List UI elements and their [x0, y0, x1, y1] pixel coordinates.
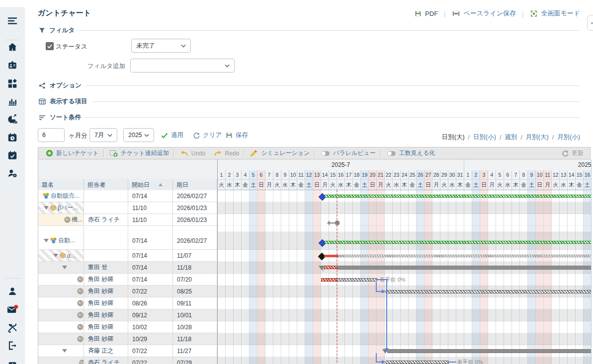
version-bar[interactable]: [338, 255, 591, 257]
scale-option-2[interactable]: 週別: [505, 133, 517, 142]
gantt-chart: 2025-72025-81火2水3木4金5土6日7月8火9水10木11金12土1…: [38, 159, 592, 364]
assignee-cell: 角田 紗羅: [84, 286, 128, 297]
month-select[interactable]: 7月: [89, 128, 117, 142]
id-badge-icon[interactable]: [6, 59, 18, 72]
task-late-bar[interactable]: [321, 278, 337, 282]
assignee-cell: [84, 232, 128, 249]
pdf-button[interactable]: PDF: [414, 10, 438, 17]
status-select[interactable]: 未完了: [131, 39, 191, 53]
refresh-button[interactable]: 更新: [557, 149, 587, 157]
day-number-cell: 11: [544, 170, 552, 180]
collapse-caret-icon[interactable]: [44, 239, 49, 242]
collapse-caret-icon[interactable]: [62, 349, 67, 353]
gantt-row: 角田 紗羅07/1407/20: [38, 274, 218, 286]
status-checkbox[interactable]: [46, 42, 54, 50]
weekday-cell: 木: [401, 180, 409, 190]
filter-add-select[interactable]: [130, 59, 235, 73]
ticket-bulk-add-button[interactable]: チケット連続追加: [105, 149, 172, 157]
gantt-row: 角田 紗羅10/2911/18: [38, 333, 218, 345]
day-number-cell: 19: [361, 170, 369, 180]
calendar-check-icon[interactable]: [6, 149, 18, 162]
day-number-cell: 29: [440, 170, 448, 180]
ticket-avatar-icon: [64, 217, 71, 223]
calendar-clock-icon[interactable]: [6, 131, 18, 144]
undo-button[interactable]: Undo: [175, 150, 209, 157]
toolbar-item-label: 更新: [572, 149, 584, 157]
parent-task-bar[interactable]: [387, 349, 591, 353]
start-date-cell: 07/22: [128, 357, 173, 364]
day-number-cell: 3: [480, 170, 488, 180]
ticket-avatar-icon: [79, 360, 84, 364]
workload-toggle[interactable]: 工数見える化: [382, 149, 439, 157]
row-title-link[interactable]: 自動販売...: [51, 192, 80, 200]
task-bar[interactable]: [337, 278, 377, 282]
bar-chart-icon[interactable]: [6, 95, 18, 108]
table-icon: [39, 98, 46, 105]
day-number-cell: 16: [337, 170, 345, 180]
separator: /: [500, 134, 501, 141]
user-icon[interactable]: [6, 285, 18, 298]
project-icon: [42, 193, 50, 199]
panel-expand-button[interactable]: [587, 15, 593, 31]
weekday-cell: 火: [218, 180, 226, 190]
assignee-cell: [84, 202, 128, 214]
logout-icon[interactable]: [6, 339, 18, 352]
apply-button[interactable]: 適用: [160, 131, 183, 140]
project-summary-bar[interactable]: [325, 241, 591, 244]
filter-section-label: フィルタ: [49, 26, 75, 35]
task-bar[interactable]: [386, 290, 591, 293]
scale-option-1[interactable]: 日別(小): [473, 133, 496, 142]
task-bar[interactable]: [386, 361, 449, 364]
clear-button[interactable]: クリア: [192, 131, 222, 140]
home-icon[interactable]: [6, 41, 18, 54]
start-date: 07/14: [128, 264, 147, 271]
info-panel-icon[interactable]: [6, 357, 18, 364]
modules-icon[interactable]: [6, 77, 18, 90]
column-header-1[interactable]: 担当者: [84, 179, 128, 190]
report-pie-icon[interactable]: [6, 113, 18, 126]
project-icon: [50, 237, 57, 244]
new-ticket-button[interactable]: 新しいチケット: [41, 149, 102, 157]
due-date-cell: 07/29: [173, 357, 217, 364]
fullscreen-icon: [530, 10, 537, 17]
save-baseline-button[interactable]: ベースライン保存: [451, 9, 516, 18]
redo-button[interactable]: Redo: [209, 150, 243, 157]
row-title-link[interactable]: βバー...: [58, 204, 78, 212]
weekday-cell: 土: [361, 180, 369, 190]
menu-icon[interactable]: [6, 14, 18, 27]
row-title-link[interactable]: 機...: [72, 216, 83, 224]
simulation-button[interactable]: シミュレーション: [246, 149, 313, 157]
title-cell: [38, 321, 84, 333]
day-number-cell: 14: [321, 170, 329, 180]
collapse-caret-icon[interactable]: [53, 254, 58, 257]
task-late-bar[interactable]: [324, 266, 337, 269]
day-number-cell: 31: [456, 170, 464, 180]
parent-task-bar[interactable]: [337, 266, 591, 270]
column-header-2[interactable]: 開始日: [128, 179, 173, 190]
user-settings-icon[interactable]: [6, 167, 18, 180]
admin-tools-icon[interactable]: [6, 321, 18, 334]
year-select[interactable]: 2025: [123, 128, 154, 142]
fullscreen-button[interactable]: 全画面モード: [529, 9, 580, 18]
row-title-link[interactable]: 自動...: [58, 236, 75, 245]
header-actions: PDF | ベースライン保存 | 全画面モード: [414, 9, 580, 18]
due-date-cell: 2026/01/23: [173, 214, 217, 225]
column-header-3[interactable]: 期日: [173, 179, 217, 190]
collapse-caret-icon[interactable]: [44, 206, 49, 210]
save-button[interactable]: 保存: [225, 131, 248, 140]
weekday-cell: 水: [337, 180, 345, 190]
project-summary-bar[interactable]: [325, 195, 591, 198]
separator: |: [522, 10, 523, 17]
parallel-view-toggle[interactable]: パラレルビュー: [316, 149, 379, 157]
chart-row-stripe: [218, 333, 591, 345]
column-header-0[interactable]: 題名: [38, 179, 84, 190]
scale-option-4[interactable]: 月別(小): [557, 133, 580, 142]
scale-option-3[interactable]: 月別(大): [526, 133, 549, 142]
collapse-caret-icon[interactable]: [62, 266, 67, 269]
chart-row-stripe: [218, 309, 591, 321]
toolbar-item-label: パラレルビュー: [333, 149, 376, 157]
version-late-bar[interactable]: [324, 255, 338, 257]
months-count-input[interactable]: [38, 128, 65, 142]
mail-notification-icon[interactable]: [6, 303, 18, 316]
row-title-link[interactable]: α...: [67, 252, 76, 259]
